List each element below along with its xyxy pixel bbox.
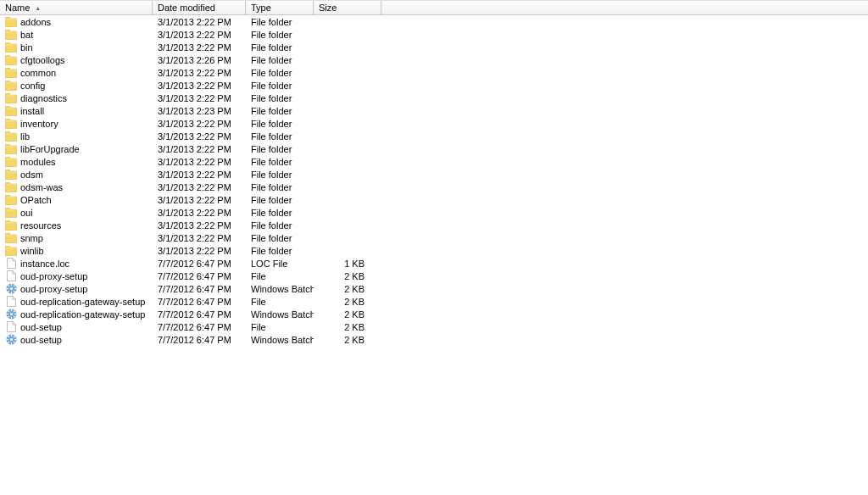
file-date-label: 3/1/2013 2:22 PM <box>158 170 231 180</box>
cell-size: 2 KB <box>314 322 381 332</box>
file-name-label: cfgtoollogs <box>20 55 65 65</box>
file-size-label: 2 KB <box>344 335 364 345</box>
cell-type: File folder <box>246 55 314 65</box>
file-row[interactable]: oud-proxy-setup7/7/2012 6:47 PMWindows B… <box>0 282 868 295</box>
cell-type: Windows Batch File <box>246 335 314 345</box>
sort-ascending-icon: ▲ <box>35 5 41 11</box>
file-name-label: odsm-was <box>20 182 63 192</box>
cell-name: oud-setup <box>0 321 153 333</box>
column-header-type[interactable]: Type <box>246 1 314 14</box>
file-date-label: 7/7/2012 6:47 PM <box>158 259 231 269</box>
file-row[interactable]: modules3/1/2013 2:22 PMFile folder <box>0 155 868 168</box>
file-name-label: install <box>20 106 44 116</box>
file-name-label: modules <box>20 157 56 167</box>
cell-type: File folder <box>246 131 314 142</box>
file-name-label: lib <box>20 131 30 142</box>
file-name-label: diagnostics <box>20 93 67 103</box>
cell-type: File folder <box>246 106 314 116</box>
column-header-name[interactable]: Name ▲ <box>0 1 153 14</box>
file-type-label: File folder <box>251 93 292 103</box>
file-name-label: oui <box>20 208 33 218</box>
cell-date: 3/1/2013 2:22 PM <box>153 157 246 167</box>
column-header-size[interactable]: Size <box>314 1 381 14</box>
file-row[interactable]: config3/1/2013 2:22 PMFile folder <box>0 79 868 92</box>
folder-icon <box>5 118 17 130</box>
cell-date: 7/7/2012 6:47 PM <box>153 309 246 320</box>
cell-date: 7/7/2012 6:47 PM <box>153 297 246 307</box>
folder-icon <box>5 143 17 155</box>
file-name-label: common <box>20 68 56 78</box>
file-date-label: 3/1/2013 2:22 PM <box>158 233 231 243</box>
file-row[interactable]: snmp3/1/2013 2:22 PMFile folder <box>0 231 868 244</box>
file-date-label: 3/1/2013 2:22 PM <box>158 93 231 103</box>
file-row[interactable]: instance.loc7/7/2012 6:47 PMLOC File1 KB <box>0 257 868 270</box>
folder-icon <box>5 169 17 181</box>
file-size-label: 2 KB <box>344 271 364 281</box>
file-date-label: 3/1/2013 2:22 PM <box>158 182 231 192</box>
file-date-label: 7/7/2012 6:47 PM <box>158 297 231 307</box>
file-row[interactable]: lib3/1/2013 2:22 PMFile folder <box>0 130 868 142</box>
file-row[interactable]: winlib3/1/2013 2:22 PMFile folder <box>0 244 868 257</box>
file-type-label: File <box>251 297 266 307</box>
file-row[interactable]: cfgtoollogs3/1/2013 2:26 PMFile folder <box>0 53 868 66</box>
file-name-label: bat <box>20 30 33 40</box>
file-type-label: Windows Batch File <box>251 309 314 320</box>
file-row[interactable]: odsm-was3/1/2013 2:22 PMFile folder <box>0 181 868 193</box>
cell-name: modules <box>0 156 153 168</box>
file-row[interactable]: bat3/1/2013 2:22 PMFile folder <box>0 28 868 41</box>
cell-type: Windows Batch File <box>246 284 314 294</box>
file-row[interactable]: diagnostics3/1/2013 2:22 PMFile folder <box>0 92 868 104</box>
folder-icon <box>5 105 17 117</box>
folder-icon <box>5 220 17 231</box>
file-row[interactable]: install3/1/2013 2:23 PMFile folder <box>0 104 868 117</box>
file-type-label: File folder <box>251 106 292 116</box>
cell-type: File folder <box>246 220 314 231</box>
file-row[interactable]: inventory3/1/2013 2:22 PMFile folder <box>0 117 868 130</box>
folder-icon <box>5 80 17 92</box>
file-row[interactable]: OPatch3/1/2013 2:22 PMFile folder <box>0 193 868 206</box>
cell-name: diagnostics <box>0 92 153 104</box>
file-row[interactable]: odsm3/1/2013 2:22 PMFile folder <box>0 168 868 181</box>
column-header-date[interactable]: Date modified <box>153 1 246 14</box>
file-row[interactable]: oud-proxy-setup7/7/2012 6:47 PMFile2 KB <box>0 270 868 282</box>
cell-date: 3/1/2013 2:22 PM <box>153 42 246 53</box>
file-row[interactable]: common3/1/2013 2:22 PMFile folder <box>0 66 868 79</box>
cell-name: libForUpgrade <box>0 143 153 155</box>
cell-name: common <box>0 67 153 79</box>
file-name-label: oud-replication-gateway-setup <box>20 297 145 307</box>
file-date-label: 3/1/2013 2:22 PM <box>158 68 231 78</box>
cell-name: odsm-was <box>0 181 153 193</box>
file-row[interactable]: resources3/1/2013 2:22 PMFile folder <box>0 219 868 231</box>
file-row[interactable]: oui3/1/2013 2:22 PMFile folder <box>0 206 868 219</box>
file-name-label: addons <box>20 17 51 27</box>
cell-name: winlib <box>0 245 153 257</box>
file-row[interactable]: addons3/1/2013 2:22 PMFile folder <box>0 15 868 28</box>
file-row[interactable]: oud-replication-gateway-setup7/7/2012 6:… <box>0 295 868 308</box>
file-type-label: File <box>251 271 266 281</box>
file-name-label: resources <box>20 220 61 231</box>
file-list: addons3/1/2013 2:22 PMFile folderbat3/1/… <box>0 15 868 346</box>
file-icon <box>5 258 17 270</box>
file-type-label: File folder <box>251 157 292 167</box>
file-row[interactable]: oud-setup7/7/2012 6:47 PMWindows Batch F… <box>0 333 868 346</box>
column-header-name-label: Name <box>5 3 30 13</box>
column-header-row: Name ▲ Date modified Type Size <box>0 0 868 15</box>
cell-date: 3/1/2013 2:26 PM <box>153 55 246 65</box>
file-date-label: 3/1/2013 2:22 PM <box>158 42 231 53</box>
file-size-label: 2 KB <box>344 284 364 294</box>
file-type-label: File <box>251 322 266 332</box>
file-date-label: 3/1/2013 2:22 PM <box>158 220 231 231</box>
file-row[interactable]: bin3/1/2013 2:22 PMFile folder <box>0 41 868 53</box>
folder-icon <box>5 92 17 104</box>
file-row[interactable]: oud-replication-gateway-setup7/7/2012 6:… <box>0 308 868 320</box>
cell-date: 3/1/2013 2:22 PM <box>153 93 246 103</box>
cell-date: 3/1/2013 2:22 PM <box>153 246 246 256</box>
file-icon <box>5 296 17 308</box>
file-name-label: snmp <box>20 233 43 243</box>
cell-date: 3/1/2013 2:22 PM <box>153 68 246 78</box>
file-row[interactable]: libForUpgrade3/1/2013 2:22 PMFile folder <box>0 142 868 155</box>
file-row[interactable]: oud-setup7/7/2012 6:47 PMFile2 KB <box>0 320 868 333</box>
cell-type: File <box>246 297 314 307</box>
cell-type: File folder <box>246 195 314 205</box>
cell-size: 2 KB <box>314 284 381 294</box>
